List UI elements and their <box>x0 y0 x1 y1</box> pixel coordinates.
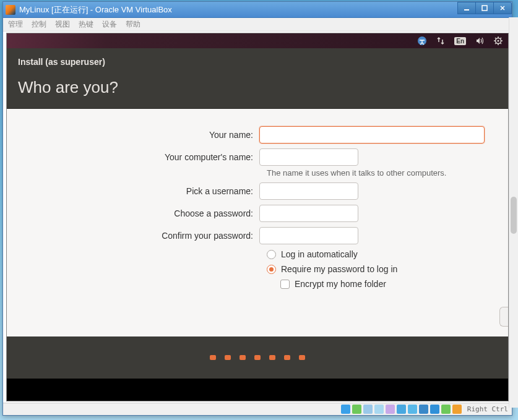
guest-display: En Install (as superuser) Who are you? Y… <box>6 33 509 401</box>
menu-help[interactable]: 帮助 <box>126 19 140 30</box>
network-icon[interactable] <box>436 36 446 46</box>
installer-subtitle: Install (as superuser) <box>18 57 497 67</box>
maximize-button[interactable] <box>475 2 494 14</box>
your-name-label: Your name: <box>18 130 259 140</box>
title-bar[interactable]: MyLinux [正在运行] - Oracle VM VirtualBox <box>3 2 512 18</box>
svg-rect-1 <box>482 6 487 11</box>
status-hard-disk-icon[interactable] <box>341 405 350 414</box>
your-name-input[interactable] <box>259 126 485 144</box>
status-clipboard-icon[interactable] <box>452 405 462 414</box>
encrypt-home-checkbox[interactable] <box>280 280 290 289</box>
menu-bar: 管理 控制 视图 热键 设备 帮助 <box>3 18 512 32</box>
progress-dot <box>225 355 231 360</box>
accessibility-icon[interactable] <box>417 36 427 46</box>
scrollbar-thumb[interactable] <box>511 197 517 234</box>
vbox-status-bar: Right Ctrl <box>3 403 512 415</box>
auto-login-label: Log in automatically <box>281 249 358 259</box>
progress-dot <box>299 355 305 360</box>
computer-name-input[interactable] <box>259 148 358 166</box>
status-keyboard-icon[interactable] <box>441 405 451 414</box>
progress-dot <box>240 355 246 360</box>
progress-dot <box>254 355 261 360</box>
gear-icon[interactable] <box>493 36 503 46</box>
menu-manage[interactable]: 管理 <box>8 19 23 30</box>
status-optical-icon[interactable] <box>352 405 361 414</box>
status-shared-folder-icon[interactable] <box>374 405 384 414</box>
vbox-window: MyLinux [正在运行] - Oracle VM VirtualBox 管理… <box>2 1 512 416</box>
status-usb-icon[interactable] <box>363 405 373 414</box>
menu-control[interactable]: 控制 <box>32 19 46 30</box>
volume-icon[interactable] <box>475 36 485 46</box>
progress-dot <box>210 355 216 360</box>
page-scrollbar[interactable] <box>509 17 518 408</box>
ubuntu-top-panel: En <box>7 33 508 48</box>
menu-device[interactable]: 设备 <box>102 19 117 30</box>
confirm-password-input[interactable] <box>259 227 358 244</box>
username-input[interactable] <box>259 182 358 200</box>
window-controls <box>458 2 512 14</box>
continue-button[interactable] <box>499 307 508 327</box>
status-audio-icon[interactable] <box>408 405 417 414</box>
require-password-radio[interactable] <box>267 265 276 274</box>
installer-heading: Who are you? <box>18 78 497 97</box>
virtualbox-icon <box>6 5 15 15</box>
password-input[interactable] <box>259 205 358 222</box>
login-options: Log in automatically Require my password… <box>267 249 497 289</box>
status-video-capture-icon[interactable] <box>419 405 428 414</box>
svg-rect-0 <box>464 9 469 11</box>
input-method-badge[interactable]: En <box>454 37 466 45</box>
svg-point-3 <box>421 38 423 40</box>
minimize-button[interactable] <box>457 2 476 14</box>
close-button[interactable] <box>493 2 512 14</box>
menu-view[interactable]: 视图 <box>55 19 70 30</box>
status-display-icon[interactable] <box>386 405 395 414</box>
computer-name-hint: The name it uses when it talks to other … <box>267 168 446 178</box>
svg-point-5 <box>498 40 499 42</box>
installer-progress-dots <box>7 336 508 379</box>
installer-form: Your name: Your computer's name: The nam… <box>7 109 508 336</box>
window-title: MyLinux [正在运行] - Oracle VM VirtualBox <box>19 4 172 15</box>
progress-dot <box>269 355 275 360</box>
progress-dot <box>284 355 290 360</box>
installer-header: Install (as superuser) Who are you? <box>7 48 508 109</box>
require-password-label: Require my password to log in <box>281 264 397 274</box>
menu-hotkeys[interactable]: 热键 <box>79 19 93 30</box>
confirm-password-label: Confirm your password: <box>18 231 259 241</box>
username-label: Pick a username: <box>18 186 259 196</box>
computer-name-label: Your computer's name: <box>18 152 259 162</box>
status-mouse-icon[interactable] <box>430 405 439 414</box>
encrypt-home-label: Encrypt my home folder <box>295 279 386 289</box>
auto-login-radio[interactable] <box>267 250 276 259</box>
host-key-indicator: Right Ctrl <box>467 405 508 413</box>
status-network-icon[interactable] <box>397 405 406 414</box>
password-label: Choose a password: <box>18 208 259 218</box>
